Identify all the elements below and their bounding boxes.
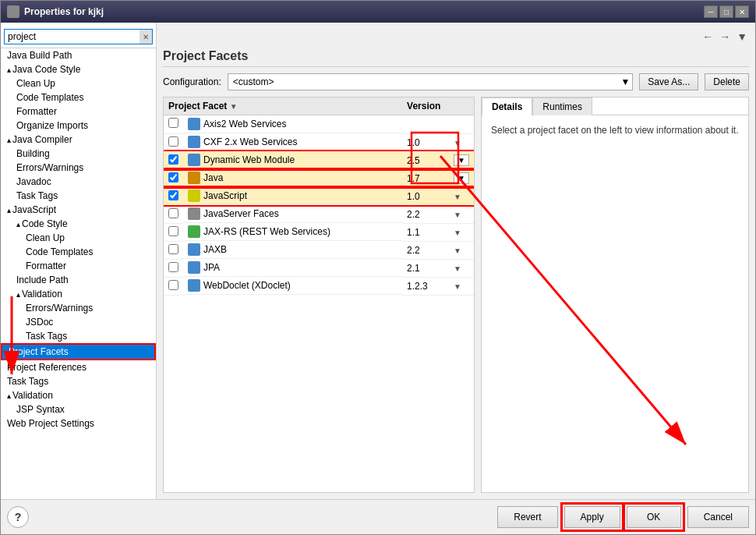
sidebar-item-task-tags-1[interactable]: Task Tags — [1, 189, 156, 203]
revert-button[interactable]: Revert — [497, 506, 557, 528]
table-area: Project Facet ▼ Version — [163, 97, 749, 493]
sidebar-item-code-templates-1[interactable]: Code Templates — [1, 90, 156, 105]
close-button[interactable]: ✕ — [735, 5, 749, 18]
sidebar-item-formatter-1[interactable]: Formatter — [1, 105, 156, 119]
cancel-button[interactable]: Cancel — [687, 506, 749, 528]
facet-version: 2.2 — [407, 209, 420, 220]
facet-checkbox[interactable] — [168, 190, 178, 200]
facet-checkbox[interactable] — [168, 118, 178, 128]
facet-icon — [188, 136, 200, 148]
facet-checkbox[interactable] — [168, 154, 178, 165]
sidebar-item-label: Project Facets — [9, 346, 69, 357]
config-row: Configuration: <custom> ▼ Save As... Del… — [163, 73, 749, 90]
sidebar-item-java-code-style[interactable]: ▴Java Code Style — [1, 62, 156, 76]
version-arrow-icon: ▼ — [454, 139, 461, 147]
sidebar-item-javascript[interactable]: ▴JavaScript — [1, 203, 156, 217]
sidebar-item-validation-1[interactable]: ▴Validation — [1, 287, 156, 301]
sidebar-item-jsp-syntax[interactable]: JSP Syntax — [1, 402, 156, 416]
version-arrow-icon: ▼ — [454, 282, 461, 291]
minimize-button[interactable]: ─ — [704, 5, 718, 18]
sidebar-item-java-build-path[interactable]: Java Build Path — [1, 48, 156, 62]
dropdown-button[interactable]: ▼ — [735, 29, 749, 44]
save-as-button[interactable]: Save As... — [639, 73, 698, 90]
facet-version: 2.5 — [407, 155, 420, 166]
facet-checkbox[interactable] — [168, 280, 178, 290]
sidebar-item-label: Task Tags — [16, 190, 58, 201]
sidebar-item-label: Building — [16, 148, 50, 159]
facets-table: Project Facet ▼ Version — [164, 97, 474, 296]
facet-name: JAXB — [203, 244, 227, 255]
main-content: ← → ▼ Project Facets Configuration: <cus… — [157, 23, 755, 499]
sidebar-item-task-tags-2[interactable]: Task Tags — [1, 329, 156, 343]
sidebar-item-javadoc[interactable]: Javadoc — [1, 175, 156, 189]
search-input[interactable] — [5, 30, 140, 44]
sidebar-item-validation-2[interactable]: ▴Validation — [1, 388, 156, 402]
sidebar-item-label: JavaScript — [12, 204, 56, 215]
sidebar-item-label: Task Tags — [7, 376, 48, 387]
facet-version: 2.1 — [407, 263, 420, 274]
sidebar-item-errors-warnings-2[interactable]: Errors/Warnings — [1, 301, 156, 315]
sidebar-item-label: Clean Up — [26, 232, 65, 243]
facet-name: JavaScript — [203, 190, 247, 201]
sidebar-item-organize-imports[interactable]: Organize Imports — [1, 119, 156, 133]
facet-checkbox[interactable] — [168, 244, 178, 254]
sidebar-item-code-templates-2[interactable]: Code Templates — [1, 245, 156, 259]
page-title: Project Facets — [163, 49, 749, 67]
tab-details[interactable]: Details — [482, 97, 532, 115]
version-arrow-icon: ▼ — [454, 193, 461, 201]
sidebar-item-errors-warnings-1[interactable]: Errors/Warnings — [1, 161, 156, 175]
details-content: Select a project facet on the left to vi… — [482, 115, 748, 492]
facet-checkbox[interactable] — [168, 172, 178, 182]
sidebar-item-building[interactable]: Building — [1, 147, 156, 161]
version-arrow-icon: ▼ — [454, 229, 461, 237]
sidebar-item-web-project-settings[interactable]: Web Project Settings — [1, 416, 156, 430]
back-button[interactable]: ← — [701, 29, 715, 44]
facet-checkbox[interactable] — [168, 226, 178, 236]
sidebar-item-java-compiler[interactable]: ▴Java Compiler — [1, 133, 156, 147]
table-row: WebDoclet (XDoclet)1.2.3▼ — [164, 277, 474, 295]
table-row: JavaServer Faces2.2▼ — [164, 205, 474, 223]
apply-button[interactable]: Apply — [564, 506, 620, 528]
help-button[interactable]: ? — [7, 506, 29, 528]
search-clear-button[interactable]: ✕ — [140, 30, 152, 44]
facet-checkbox[interactable] — [168, 208, 178, 218]
details-panel: Details Runtimes Select a project facet … — [481, 97, 749, 493]
facet-name: JavaServer Faces — [203, 208, 279, 219]
facet-checkbox[interactable] — [168, 136, 178, 147]
facet-version: 1.2.3 — [407, 281, 428, 292]
table-row: Java1.7▼ — [164, 169, 474, 187]
sidebar-item-clean-up-2[interactable]: Clean Up — [1, 231, 156, 245]
sidebar-item-include-path[interactable]: Include Path — [1, 273, 156, 287]
sidebar-item-formatter-2[interactable]: Formatter — [1, 259, 156, 273]
facet-icon — [188, 243, 200, 256]
details-text: Select a project facet on the left to vi… — [491, 125, 739, 136]
sidebar-item-code-style[interactable]: ▴Code Style — [1, 217, 156, 231]
maximize-button[interactable]: □ — [719, 5, 733, 18]
ok-button[interactable]: OK — [627, 506, 681, 528]
version-dropdown-button[interactable]: ▼ — [454, 172, 469, 184]
facet-name: JPA — [203, 262, 220, 273]
sidebar-item-jsdoc[interactable]: JSDoc — [1, 315, 156, 329]
config-select[interactable]: <custom> — [228, 73, 634, 90]
table-row: JAX-RS (REST Web Services)1.1▼ — [164, 223, 474, 241]
version-arrow-icon: ▼ — [454, 264, 461, 273]
version-dropdown-button[interactable]: ▼ — [454, 154, 469, 166]
sidebar-item-task-tags-3[interactable]: Task Tags — [1, 374, 156, 388]
sidebar-item-label: Java Code Style — [12, 64, 80, 75]
facet-name: Java — [203, 172, 223, 183]
sidebar-item-project-facets[interactable]: Project Facets — [1, 343, 156, 360]
sidebar-item-clean-up-1[interactable]: Clean Up — [1, 76, 156, 90]
sidebar-item-label: Code Templates — [16, 92, 84, 103]
tab-runtimes[interactable]: Runtimes — [532, 97, 592, 115]
facet-icon — [188, 154, 200, 166]
facet-checkbox[interactable] — [168, 262, 178, 272]
delete-button[interactable]: Delete — [705, 73, 749, 90]
table-row: CXF 2.x Web Services1.0▼ — [164, 133, 474, 151]
expand-icon: ▴ — [7, 206, 11, 214]
col-action-header — [449, 97, 474, 115]
forward-button[interactable]: → — [718, 29, 732, 44]
table-row: Dynamic Web Module2.5▼ — [164, 151, 474, 169]
expand-icon: ▴ — [7, 66, 11, 74]
facet-icon — [188, 225, 200, 238]
sidebar-item-project-references[interactable]: Project References — [1, 360, 156, 374]
